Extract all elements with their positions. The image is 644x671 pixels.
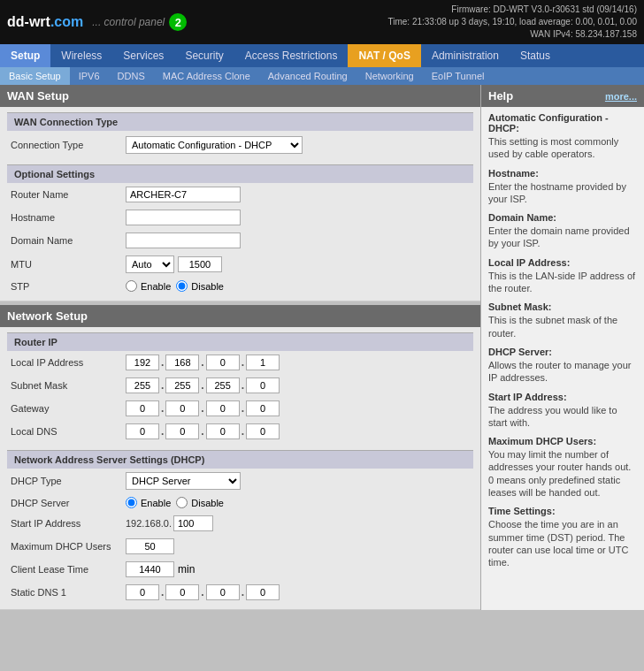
help-item-8-title: Time Settings: [488,506,637,516]
mtu-group: Auto Manual [126,255,222,273]
static-dns1-2[interactable] [165,584,199,600]
stp-disable-radio[interactable] [176,280,188,292]
sub-tab-eoip-tunnel[interactable]: EoIP Tunnel [423,67,494,85]
local-ip-group: . . . [126,355,280,370]
static-dns1-4[interactable] [246,584,280,600]
dhcp-section: Network Address Server Settings (DHCP) D… [7,450,473,604]
help-item-6-title: Start IP Address: [488,392,637,402]
dhcp-enable-label[interactable]: Enable [126,497,171,508]
domain-name-row: Domain Name [7,229,473,252]
version-badge: 2 [169,13,187,31]
max-dhcp-label: Maximum DHCP Users [11,541,126,552]
help-content: Automatic Configuration - DHCP: This set… [481,107,644,582]
local-dns-1[interactable] [126,423,159,439]
dhcp-disable-label[interactable]: Disable [176,497,224,508]
subnet-3[interactable] [206,377,240,393]
nav-tab-administration[interactable]: Administration [421,44,510,67]
max-dhcp-value [126,538,174,554]
gateway-row: Gateway . . . [7,397,473,420]
sub-tab-ddns[interactable]: DDNS [109,67,154,85]
static-dns1-3[interactable] [206,584,240,600]
max-dhcp-input[interactable] [126,538,174,554]
help-item-0-text: This setting is most commonly used by ca… [488,135,637,161]
dhcp-disable-radio[interactable] [176,497,188,508]
nav-tab-status[interactable]: Status [510,44,561,67]
main-nav: Setup Wireless Services Security Access … [0,44,644,67]
nav-tab-nat-qos[interactable]: NAT / QoS [348,44,420,67]
subnet-2[interactable] [165,377,199,393]
hostname-value [126,210,241,225]
subnet-mask-label: Subnet Mask [11,380,126,391]
mtu-value: Auto Manual [126,255,222,273]
help-item-4: Subnet Mask: This is the subnet mask of … [488,301,637,339]
gateway-3[interactable] [206,400,240,416]
mtu-input[interactable] [178,256,222,272]
dhcp-type-select[interactable]: DHCP Server DHCP Forwarder [126,472,241,490]
local-dns-3[interactable] [206,423,240,439]
gateway-value: . . . [126,400,280,416]
domain-name-label: Domain Name [11,235,126,246]
help-item-3: Local IP Address: This is the LAN-side I… [488,257,637,295]
sub-tab-ipv6[interactable]: IPV6 [70,67,109,85]
hostname-input[interactable] [126,210,241,225]
stp-enable-label[interactable]: Enable [126,280,171,292]
sub-tab-basic-setup[interactable]: Basic Setup [0,67,70,85]
sub-tab-networking[interactable]: Networking [356,67,423,85]
local-dns-4[interactable] [246,423,280,439]
router-name-input[interactable] [126,187,241,202]
local-ip-2[interactable] [165,355,199,370]
logo: dd-wrt .com [7,14,83,30]
gateway-2[interactable] [165,400,199,416]
nav-tab-access-restrictions[interactable]: Access Restrictions [234,44,349,67]
wan-connection-type-header: WAN Connection Type [7,112,473,131]
local-ip-4[interactable] [246,355,280,370]
stp-disable-label[interactable]: Disable [176,280,224,292]
content-area: WAN Setup WAN Connection Type Connection… [0,85,480,610]
mtu-mode-select[interactable]: Auto Manual [126,255,174,273]
lease-time-input[interactable] [126,561,174,577]
static-dns1-value: . . . [126,584,280,600]
help-item-3-title: Local IP Address: [488,257,637,268]
start-ip-input[interactable] [173,515,213,531]
subnet-1[interactable] [126,377,159,393]
dhcp-enable-radio[interactable] [126,497,137,508]
help-title: Help [488,89,513,103]
sub-tab-advanced-routing[interactable]: Advanced Routing [259,67,356,85]
help-item-4-title: Subnet Mask: [488,301,637,312]
help-item-5-text: Allows the router to manage your IP addr… [488,359,637,385]
local-dns-group: . . . [126,423,280,439]
help-more-link[interactable]: more... [605,91,637,102]
help-item-0-title: Automatic Configuration - DHCP: [488,112,637,133]
nav-tab-services[interactable]: Services [112,44,174,67]
domain-name-input[interactable] [126,233,241,248]
nav-tab-security[interactable]: Security [174,44,234,67]
nav-tab-setup[interactable]: Setup [0,44,50,67]
local-ip-1[interactable] [126,355,159,370]
stp-enable-radio[interactable] [126,280,137,292]
gateway-1[interactable] [126,400,159,416]
connection-type-select[interactable]: Automatic Configuration - DHCP Static IP… [126,136,303,154]
stp-label: STP [11,281,126,292]
start-ip-label: Start IP Address [11,518,126,529]
local-dns-2[interactable] [165,423,199,439]
nav-tab-wireless[interactable]: Wireless [50,44,112,67]
help-item-8: Time Settings: Choose the time you are i… [488,506,637,568]
dhcp-type-value: DHCP Server DHCP Forwarder [126,472,241,490]
optional-settings-header: Optional Settings [7,164,473,183]
subnet-4[interactable] [246,377,280,393]
help-item-7-text: You may limit the number of addresses yo… [488,448,637,499]
help-item-7-title: Maximum DHCP Users: [488,436,637,446]
static-dns1-1[interactable] [126,584,159,600]
help-item-1-title: Hostname: [488,168,637,179]
dhcp-header: Network Address Server Settings (DHCP) [7,450,473,469]
local-dns-label: Local DNS [11,426,126,437]
gateway-4[interactable] [246,400,280,416]
stp-value: Enable Disable [126,280,224,292]
local-ip-3[interactable] [206,355,240,370]
help-item-2-text: Enter the domain name provided by your I… [488,225,637,250]
network-setup-section: Network Setup Router IP Local IP Address… [0,305,480,610]
sub-tab-mac-address-clone[interactable]: MAC Address Clone [154,67,259,85]
help-item-7: Maximum DHCP Users: You may limit the nu… [488,436,637,499]
help-item-2-title: Domain Name: [488,212,637,223]
router-name-value [126,187,241,202]
